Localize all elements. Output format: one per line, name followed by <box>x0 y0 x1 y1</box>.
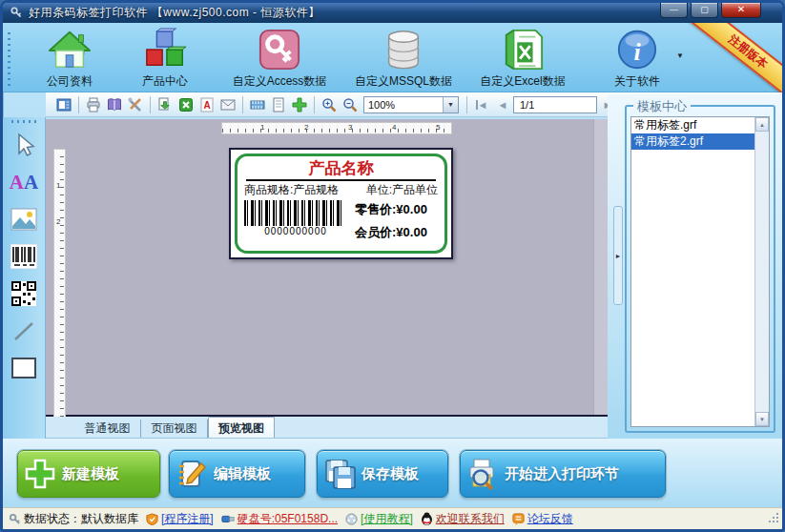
label-border: 产品名称 商品规格:产品规格 单位:产品单位 0000000000 零售价:¥0… <box>235 153 447 254</box>
excel-icon <box>501 27 545 72</box>
cursor-icon <box>11 133 36 157</box>
canvas-vertical-scrollbar[interactable] <box>593 119 608 415</box>
template-list-item-selected[interactable]: 常用标签2.grf <box>631 133 769 150</box>
edit-icon <box>170 458 214 490</box>
export-pdf-button[interactable]: A <box>196 95 217 114</box>
line-icon <box>12 319 35 342</box>
ruler-ticks <box>60 150 64 417</box>
tools-button[interactable] <box>125 95 146 114</box>
program-register-link[interactable]: [程序注册] <box>161 511 214 527</box>
usb-drive-icon <box>221 513 235 524</box>
tab-page-view[interactable]: 页面视图 <box>141 419 208 438</box>
toolbar-button-product-center[interactable]: 产品中心 <box>108 27 222 90</box>
barcode-icon <box>10 244 37 269</box>
main-toolbar: 公司资料 产品中心 自定义Access数据 自定义MSSQL数据 自定义Exce <box>3 23 782 92</box>
label-preview[interactable]: 产品名称 商品规格:产品规格 单位:产品单位 0000000000 零售价:¥0… <box>229 148 453 259</box>
toolbar-overflow-arrow[interactable]: ▼ <box>676 51 684 60</box>
label-spec-text: 商品规格:产品规格 <box>244 183 339 197</box>
toolbar-button-excel-data[interactable]: 自定义Excel数据 <box>465 27 580 90</box>
tab-normal-view[interactable]: 普通视图 <box>74 419 141 438</box>
properties-panel-button[interactable] <box>53 95 74 114</box>
template-list-scrollbar[interactable]: ▲ ▼ <box>754 117 769 426</box>
toolbar-label: 自定义Access数据 <box>233 73 327 90</box>
shield-icon <box>146 513 158 525</box>
titlebar[interactable]: 好用条码标签打印软件 【www.zj500.com - 恒源软件】 — ▢ ✕ <box>3 3 782 23</box>
label-divider <box>246 179 436 181</box>
text-tool[interactable]: AA <box>8 166 40 198</box>
first-page-button[interactable]: ◄ <box>471 95 492 114</box>
mail-button[interactable] <box>217 95 238 114</box>
scroll-up-button[interactable]: ▲ <box>755 117 769 132</box>
qrcode-icon <box>11 281 36 306</box>
toolbar-button-access-data[interactable]: 自定义Access数据 <box>222 27 337 90</box>
window-title: 好用条码标签打印软件 【www.zj500.com - 恒源软件】 <box>29 5 320 21</box>
tutorial-link[interactable]: [使用教程] <box>361 511 413 527</box>
label-barcode: 0000000000 <box>244 200 347 239</box>
status-bar: 数据状态：默认数据库 [程序注册] 硬盘号:05F0158D... [使用教程]… <box>3 507 782 529</box>
svg-text:i: i <box>633 38 641 66</box>
export-button[interactable] <box>155 95 176 114</box>
image-tool[interactable] <box>8 203 40 235</box>
toolbar-label: 自定义Excel数据 <box>480 73 565 90</box>
separator <box>242 96 243 113</box>
page-number-input[interactable]: 1/1 <box>513 96 597 113</box>
toolbar-label: 公司资料 <box>47 73 93 90</box>
toolbar-grip[interactable] <box>8 29 10 86</box>
resize-grip[interactable] <box>768 512 779 526</box>
template-list-item[interactable]: 常用标签.grf <box>631 117 769 133</box>
print-button[interactable] <box>83 95 104 114</box>
zoom-out-button[interactable] <box>340 95 361 114</box>
zoom-level-select[interactable]: 100% ▼ <box>363 96 459 113</box>
ruler-view-button[interactable] <box>247 95 268 114</box>
rectangle-tool[interactable] <box>8 352 40 384</box>
minimize-button[interactable]: — <box>660 3 688 18</box>
toolbar-label: 自定义MSSQL数据 <box>355 73 452 90</box>
line-tool[interactable] <box>8 315 40 347</box>
contact-link[interactable]: 欢迎联系我们 <box>436 511 505 527</box>
toolstrip-grip[interactable] <box>11 120 36 123</box>
panel-collapse-splitter[interactable]: ► <box>613 206 623 305</box>
book-button[interactable] <box>104 95 125 114</box>
label-product-name: 产品名称 <box>244 158 438 178</box>
data-status-text: 数据状态：默认数据库 <box>24 511 138 527</box>
edit-template-button[interactable]: 编辑模板 <box>169 450 305 498</box>
print-preview-icon <box>461 458 505 490</box>
home-icon <box>48 27 92 72</box>
select-tool[interactable] <box>8 129 40 161</box>
page-view-button[interactable] <box>268 95 289 114</box>
new-template-button[interactable]: 新建模板 <box>17 450 160 498</box>
ruler-ticks <box>222 129 451 133</box>
template-center-title: 模板中心 <box>633 98 691 115</box>
window-controls: — ▢ ✕ <box>660 3 761 18</box>
label-unit-text: 单位:产品单位 <box>366 183 438 197</box>
rectangle-icon <box>11 358 36 379</box>
app-icon <box>10 7 23 19</box>
zoom-dropdown-arrow[interactable]: ▼ <box>443 97 458 113</box>
toolbar-button-mssql-data[interactable]: 自定义MSSQL数据 <box>346 27 461 90</box>
save-template-button[interactable]: 保存模板 <box>317 450 448 498</box>
design-canvas[interactable]: 1 2 3 4 5 1 2 产品名称 商品规格:产品规格 单位:产品单位 <box>46 119 608 417</box>
close-button[interactable]: ✕ <box>721 3 761 18</box>
database-icon <box>382 27 425 72</box>
maximize-button[interactable]: ▢ <box>691 3 718 18</box>
qrcode-tool[interactable] <box>8 277 40 310</box>
data-status-icon <box>9 513 21 525</box>
grid-add-button[interactable] <box>289 95 310 114</box>
template-list[interactable]: 常用标签.grf 常用标签2.grf ▲ ▼ <box>630 116 770 427</box>
disk-id-text[interactable]: 硬盘号:05F0158D... <box>238 511 338 527</box>
tutorial-reel-icon <box>345 513 358 525</box>
previous-page-button[interactable]: ◄ <box>492 95 513 114</box>
barcode-tool[interactable] <box>8 240 40 273</box>
start-print-button[interactable]: 开始进入打印环节 <box>460 450 666 498</box>
tab-preview-view[interactable]: 预览视图 <box>208 417 275 438</box>
separator <box>466 96 467 113</box>
app-window: 好用条码标签打印软件 【www.zj500.com - 恒源软件】 — ▢ ✕ … <box>0 0 785 532</box>
template-center-groupbox: 模板中心 常用标签.grf 常用标签2.grf ▲ ▼ <box>625 105 775 433</box>
export-excel-button[interactable] <box>176 95 196 114</box>
plus-icon <box>18 458 62 490</box>
scroll-down-button[interactable]: ▼ <box>755 412 769 426</box>
toolbar-label: 产品中心 <box>142 73 188 90</box>
zoom-in-button[interactable] <box>319 95 340 114</box>
registered-version-ribbon: 注册版本 <box>688 23 782 92</box>
forum-link[interactable]: 论坛反馈 <box>527 511 573 527</box>
